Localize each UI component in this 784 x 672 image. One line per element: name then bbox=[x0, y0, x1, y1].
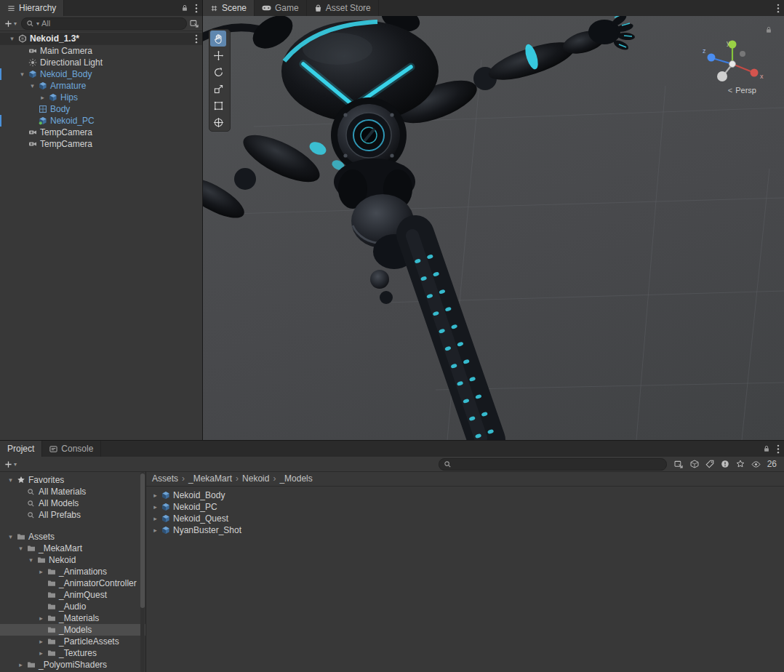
expander-open-icon[interactable]: ▾ bbox=[16, 543, 25, 554]
folder-assets[interactable]: ▾Assets bbox=[0, 531, 145, 543]
expander-closed-icon[interactable]: ▸ bbox=[16, 659, 25, 671]
kebab-menu-icon[interactable] bbox=[195, 4, 198, 13]
item-label: Nekoid bbox=[49, 555, 76, 565]
tab-asset-store[interactable]: Asset Store bbox=[307, 0, 379, 16]
scene-tab-icon bbox=[210, 4, 218, 12]
hierarchy-item-nekoid-1-3[interactable]: ▾Nekoid_1.3* bbox=[0, 33, 202, 45]
asset-picker-icon[interactable] bbox=[674, 460, 684, 468]
tool-rotate-button[interactable] bbox=[210, 64, 226, 80]
lock-icon[interactable] bbox=[181, 4, 188, 12]
item-label: Nekoid_Quest bbox=[173, 513, 228, 524]
project-search-input[interactable] bbox=[439, 458, 667, 471]
favorite-star-icon[interactable] bbox=[736, 460, 745, 468]
asset-nekoid-pc[interactable]: ▸Nekoid_PC bbox=[146, 501, 784, 513]
scene-picker-icon[interactable] bbox=[190, 20, 199, 28]
gizmo-camera-axis[interactable] bbox=[717, 71, 727, 81]
gizmo-x-axis[interactable] bbox=[751, 69, 759, 77]
folder-polyomishaders[interactable]: ▸_PolyomiShaders bbox=[0, 659, 145, 671]
folder-animations[interactable]: ▸_Animations bbox=[0, 566, 145, 577]
robot-avatar bbox=[203, 16, 635, 440]
expander-closed-icon[interactable]: ▸ bbox=[36, 647, 46, 659]
expander-closed-icon[interactable]: ▸ bbox=[36, 566, 46, 577]
hierarchy-item-hips[interactable]: ▸Hips bbox=[0, 92, 202, 103]
tab-hierarchy[interactable]: Hierarchy bbox=[0, 0, 64, 16]
hierarchy-item-armature[interactable]: ▾Armature bbox=[0, 80, 202, 92]
create-object-button[interactable]: ▾ bbox=[3, 20, 18, 28]
gizmo-z-axis[interactable] bbox=[708, 54, 716, 62]
breadcrumb-assets[interactable]: Assets bbox=[152, 473, 178, 484]
hierarchy-item-body[interactable]: Body bbox=[0, 103, 202, 115]
hierarchy-item-nekoid-body[interactable]: ▾Nekoid_Body bbox=[0, 68, 202, 80]
item-label: _Animations bbox=[59, 567, 107, 577]
folder-nekoid[interactable]: ▾Nekoid bbox=[0, 554, 145, 566]
tool-scale-button[interactable] bbox=[210, 81, 226, 97]
prefab-override-bar bbox=[0, 115, 1, 127]
kebab-menu-icon[interactable] bbox=[777, 4, 780, 13]
tab-console[interactable]: Console bbox=[42, 441, 101, 457]
label-tag-icon[interactable] bbox=[705, 460, 714, 468]
asset-nekoid-quest[interactable]: ▸Nekoid_Quest bbox=[146, 513, 784, 524]
folder-textures[interactable]: ▸_Textures bbox=[0, 647, 145, 659]
hierarchy-tabstrip: Hierarchy bbox=[0, 0, 202, 16]
file-list: ▸Nekoid_Body▸Nekoid_PC▸Nekoid_Quest▸Nyan… bbox=[146, 487, 784, 536]
expander-closed-icon[interactable]: ▸ bbox=[151, 489, 160, 501]
hierarchy-search-input[interactable]: ▾ All bbox=[21, 17, 187, 30]
scrollbar-thumb[interactable] bbox=[140, 473, 145, 608]
tool-hand-button[interactable] bbox=[210, 31, 226, 47]
folder-models[interactable]: _Models bbox=[0, 624, 145, 636]
lock-icon[interactable] bbox=[765, 26, 772, 33]
hierarchy-item-tempcamera[interactable]: TempCamera bbox=[0, 138, 202, 150]
kebab-menu-icon[interactable] bbox=[195, 34, 202, 44]
expander-open-icon[interactable]: ▾ bbox=[17, 68, 27, 80]
folder-audio[interactable]: _Audio bbox=[0, 601, 145, 612]
favorite-all-materials[interactable]: All Materials bbox=[0, 486, 145, 497]
favorite-all-models[interactable]: All Models bbox=[0, 497, 145, 509]
expander-closed-icon[interactable]: ▸ bbox=[151, 501, 160, 513]
package-visibility-icon[interactable] bbox=[690, 460, 699, 468]
alert-icon[interactable] bbox=[721, 460, 729, 468]
tab-game[interactable]: Game bbox=[255, 0, 307, 16]
folder-materials[interactable]: ▸_Materials bbox=[0, 612, 145, 624]
expander-open-icon[interactable]: ▾ bbox=[26, 554, 36, 566]
create-asset-button[interactable]: ▾ bbox=[3, 460, 18, 468]
scene-viewport[interactable]: y x z < Persp bbox=[203, 16, 784, 440]
lock-icon[interactable] bbox=[763, 445, 770, 452]
folder-particleassets[interactable]: ▸_ParticleAssets bbox=[0, 636, 145, 647]
expander-closed-icon[interactable]: ▸ bbox=[36, 636, 46, 647]
hierarchy-item-tempcamera[interactable]: TempCamera bbox=[0, 127, 202, 138]
breadcrumb-models[interactable]: _Models bbox=[279, 473, 312, 484]
projection-toggle[interactable]: < Persp bbox=[728, 86, 756, 95]
asset-nyanbuster-shot[interactable]: ▸NyanBuster_Shot bbox=[146, 524, 784, 536]
cube-blue-icon bbox=[160, 491, 171, 500]
hierarchy-item-main-camera[interactable]: Main Camera bbox=[0, 45, 202, 57]
tool-rect-button[interactable] bbox=[210, 97, 226, 113]
favorites-root[interactable]: ▾Favorites bbox=[0, 474, 145, 486]
expander-open-icon[interactable]: ▾ bbox=[7, 33, 17, 44]
tool-move-button[interactable] bbox=[210, 47, 226, 63]
breadcrumb-mekamart[interactable]: _MekaMart bbox=[188, 473, 232, 484]
favorite-all-prefabs[interactable]: All Prefabs bbox=[0, 509, 145, 521]
hierarchy-item-nekoid-pc[interactable]: Nekoid_PC bbox=[0, 115, 202, 127]
hierarchy-item-directional-light[interactable]: Directional Light bbox=[0, 57, 202, 68]
expander-closed-icon[interactable]: ▸ bbox=[36, 612, 46, 624]
expander-closed-icon[interactable]: ▸ bbox=[38, 92, 47, 103]
expander-closed-icon[interactable]: ▸ bbox=[151, 524, 160, 536]
expander-closed-icon[interactable]: ▸ bbox=[151, 513, 160, 524]
tool-transform-button[interactable] bbox=[210, 114, 226, 130]
kebab-menu-icon[interactable] bbox=[777, 444, 780, 454]
asset-nekoid-body[interactable]: ▸Nekoid_Body bbox=[146, 489, 784, 501]
tab-project[interactable]: Project bbox=[0, 441, 42, 457]
folder-animquest[interactable]: _AnimQuest bbox=[0, 589, 145, 601]
expander-open-icon[interactable]: ▾ bbox=[6, 531, 15, 543]
breadcrumb: Assets›_MekaMart›Nekoid›_Models bbox=[146, 471, 784, 487]
breadcrumb-nekoid[interactable]: Nekoid bbox=[242, 473, 269, 484]
cube-blue-icon bbox=[160, 514, 171, 524]
folder-animatorcontroller[interactable]: _AnimatorController bbox=[0, 577, 145, 589]
expander-open-icon[interactable]: ▾ bbox=[28, 80, 37, 92]
cube-blue-icon bbox=[27, 70, 38, 79]
hidden-count-eye-icon[interactable] bbox=[751, 461, 761, 468]
tab-scene[interactable]: Scene bbox=[203, 0, 255, 16]
folder-mekamart[interactable]: ▾_MekaMart bbox=[0, 543, 145, 554]
expander-open-icon[interactable]: ▾ bbox=[6, 474, 15, 486]
orientation-gizmo[interactable]: y x z bbox=[697, 38, 767, 89]
